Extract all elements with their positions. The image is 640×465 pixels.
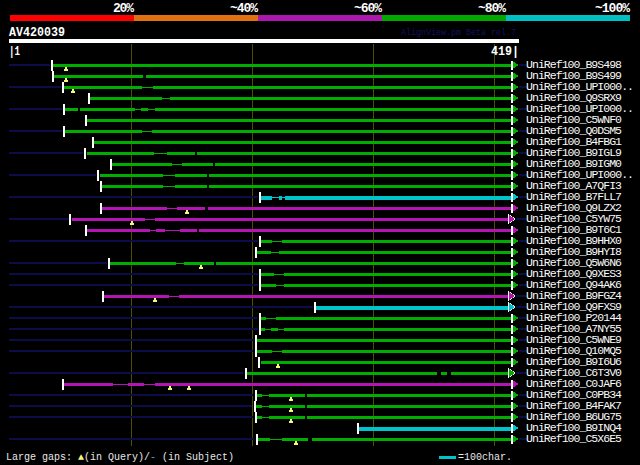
svg-text:|1: |1 xyxy=(9,44,20,59)
svg-text:~80%: ~80% xyxy=(478,1,506,16)
svg-text:~60%: ~60% xyxy=(354,1,382,16)
svg-text:~100%: ~100% xyxy=(595,1,630,16)
svg-text:20%: 20% xyxy=(113,1,134,16)
svg-text:AlignView.pm Beta rel.7: AlignView.pm Beta rel.7 xyxy=(401,28,516,38)
svg-text:Large gaps: ▲(in Query)/- (in: Large gaps: ▲(in Query)/- (in Subject) xyxy=(6,452,234,463)
svg-text:AV420039: AV420039 xyxy=(9,25,65,40)
svg-text:~40%: ~40% xyxy=(230,1,258,16)
svg-text:419|: 419| xyxy=(491,44,519,59)
svg-text:=100char.: =100char. xyxy=(458,452,512,463)
svg-text:UniRef100_C5X6E5: UniRef100_C5X6E5 xyxy=(526,432,622,445)
